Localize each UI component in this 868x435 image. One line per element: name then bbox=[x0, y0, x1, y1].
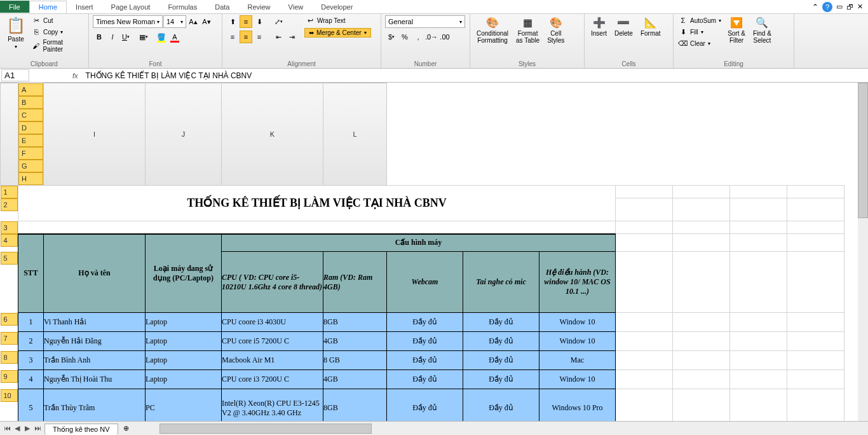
cell-J5[interactable] bbox=[673, 252, 730, 313]
data-name-8[interactable]: Trần Bình Anh bbox=[44, 351, 146, 370]
cell-L5[interactable] bbox=[787, 252, 844, 313]
cell-L4[interactable] bbox=[787, 234, 844, 252]
col-header-D[interactable]: D bbox=[18, 121, 43, 134]
fill-button[interactable]: ⬇Fill▾ bbox=[677, 27, 722, 37]
data-cpu-8[interactable]: Macbook Air M1 bbox=[222, 351, 323, 370]
autosum-button[interactable]: ΣAutoSum▾ bbox=[677, 15, 722, 25]
format-painter-button[interactable]: 🖌Format Painter bbox=[31, 38, 85, 53]
increase-font-button[interactable]: A▴ bbox=[187, 15, 200, 28]
cell-K1[interactable] bbox=[730, 185, 787, 198]
cell-L3[interactable] bbox=[787, 221, 844, 234]
decrease-font-button[interactable]: A▾ bbox=[200, 15, 213, 28]
title-cell[interactable]: THỐNG KÊ THIẾT BỊ LÀM VIỆC TẠI NHÀ CBNV bbox=[18, 185, 616, 221]
header-name[interactable]: Họ và tên bbox=[44, 234, 146, 313]
cell-K6[interactable] bbox=[730, 313, 787, 332]
data-ram-8[interactable]: 8 GB bbox=[323, 351, 387, 370]
data-name-10[interactable]: Trần Thùy Trâm bbox=[44, 389, 146, 422]
col-header-B[interactable]: B bbox=[18, 96, 43, 109]
data-type-6[interactable]: Laptop bbox=[146, 313, 222, 332]
increase-indent-button[interactable]: ⇥ bbox=[285, 31, 298, 43]
col-header-L[interactable]: L bbox=[323, 83, 387, 186]
copy-button[interactable]: ⎘Copy▾ bbox=[31, 27, 85, 37]
sheet-nav-first[interactable]: ⏮ bbox=[3, 424, 11, 432]
font-color-button[interactable]: A bbox=[168, 31, 181, 43]
tab-home[interactable]: Home bbox=[29, 1, 67, 13]
italic-button[interactable]: I bbox=[106, 31, 119, 43]
data-ram-9[interactable]: 4GB bbox=[323, 370, 387, 389]
insert-cells-button[interactable]: ➕Insert bbox=[588, 15, 609, 38]
vertical-scrollbar[interactable] bbox=[858, 83, 868, 421]
window-restore-icon[interactable]: 🗗 bbox=[846, 3, 853, 11]
data-webcam-6[interactable]: Đầy đủ bbox=[387, 313, 463, 332]
col-header-G[interactable]: G bbox=[18, 160, 43, 172]
data-stt-6[interactable]: 1 bbox=[18, 313, 44, 332]
row-header-10[interactable]: 10 bbox=[1, 389, 18, 402]
data-headset-10[interactable]: Đầy đủ bbox=[463, 389, 539, 422]
sheet-tab-active[interactable]: Thống kê theo NV bbox=[44, 424, 118, 435]
bold-button[interactable]: B bbox=[93, 31, 105, 43]
cell-K2[interactable] bbox=[730, 198, 787, 221]
conditional-formatting-button[interactable]: 🎨Conditional Formatting bbox=[474, 15, 511, 45]
data-cpu-10[interactable]: Intel(R) Xeon(R) CPU E3-1245 V2 @ 3.40GH… bbox=[222, 389, 323, 422]
data-headset-8[interactable]: Đầy đủ bbox=[463, 351, 539, 370]
row-header-3[interactable]: 3 bbox=[1, 221, 18, 234]
header-ram[interactable]: Ram (VD: Ram 4GB) bbox=[323, 252, 387, 313]
cell-J1[interactable] bbox=[673, 185, 730, 198]
tab-page-layout[interactable]: Page Layout bbox=[102, 1, 159, 13]
cell-J4[interactable] bbox=[673, 234, 730, 252]
data-os-7[interactable]: Window 10 bbox=[539, 332, 616, 351]
cell-I4[interactable] bbox=[616, 234, 673, 252]
comma-button[interactable]: , bbox=[412, 31, 424, 43]
cell-J6[interactable] bbox=[673, 313, 730, 332]
delete-cells-button[interactable]: ➖Delete bbox=[612, 15, 635, 38]
cell-K8[interactable] bbox=[730, 351, 787, 370]
row-header-5[interactable]: 5 bbox=[1, 252, 18, 265]
align-center-button[interactable]: ≡ bbox=[240, 31, 252, 43]
cell-I10[interactable] bbox=[616, 389, 673, 422]
data-os-8[interactable]: Mac bbox=[539, 351, 616, 370]
row-header-4[interactable]: 4 bbox=[1, 234, 18, 247]
data-webcam-7[interactable]: Đầy đủ bbox=[387, 332, 463, 351]
select-all-corner[interactable] bbox=[1, 83, 18, 186]
align-right-button[interactable]: ≡ bbox=[253, 31, 266, 43]
cell-A3[interactable] bbox=[18, 221, 616, 234]
format-cells-button[interactable]: 📐Format bbox=[638, 15, 663, 38]
tab-file[interactable]: File bbox=[0, 1, 29, 13]
orientation-button[interactable]: ⤢▾ bbox=[272, 15, 285, 28]
cell-I7[interactable] bbox=[616, 332, 673, 351]
horizontal-scrollbar[interactable] bbox=[159, 424, 868, 434]
data-ram-10[interactable]: 8GB bbox=[323, 389, 387, 422]
cell-J8[interactable] bbox=[673, 351, 730, 370]
decrease-decimal-button[interactable]: .00 bbox=[438, 31, 451, 43]
font-size-select[interactable]: 14▾ bbox=[163, 15, 186, 28]
data-name-7[interactable]: Nguyễn Hải Đăng bbox=[44, 332, 146, 351]
cell-I3[interactable] bbox=[616, 221, 673, 234]
cell-J2[interactable] bbox=[673, 198, 730, 221]
header-type[interactable]: Loại máy đang sử dụng (PC/Laptop) bbox=[146, 234, 222, 313]
cell-I9[interactable] bbox=[616, 370, 673, 389]
tab-developer[interactable]: Developer bbox=[312, 1, 362, 13]
cell-I1[interactable] bbox=[616, 185, 673, 198]
align-left-button[interactable]: ≡ bbox=[226, 31, 239, 43]
row-header-2[interactable]: 2 bbox=[1, 198, 18, 211]
spreadsheet-grid[interactable]: ABCDEFGHIJKL1THỐNG KÊ THIẾT BỊ LÀM VIỆC … bbox=[0, 83, 868, 421]
name-box[interactable] bbox=[1, 69, 29, 81]
cell-K10[interactable] bbox=[730, 389, 787, 422]
percent-button[interactable]: % bbox=[398, 31, 411, 43]
data-headset-9[interactable]: Đầy đủ bbox=[463, 370, 539, 389]
row-header-9[interactable]: 9 bbox=[1, 370, 18, 383]
help-icon[interactable]: ? bbox=[822, 2, 832, 12]
formula-input[interactable]: THỐNG KÊ THIẾT BỊ LÀM VIỆC TẠI NHÀ CBNV bbox=[82, 70, 868, 81]
cell-K4[interactable] bbox=[730, 234, 787, 252]
data-os-6[interactable]: Window 10 bbox=[539, 313, 616, 332]
wrap-text-button[interactable]: ↩Wrap Text bbox=[304, 15, 371, 25]
new-sheet-button[interactable]: ⊕ bbox=[118, 424, 134, 432]
data-webcam-10[interactable]: Đầy đủ bbox=[387, 389, 463, 422]
cell-I6[interactable] bbox=[616, 313, 673, 332]
format-as-table-button[interactable]: ▦Format as Table bbox=[513, 15, 542, 45]
data-ram-6[interactable]: 8GB bbox=[323, 313, 387, 332]
data-os-9[interactable]: Window 10 bbox=[539, 370, 616, 389]
data-headset-7[interactable]: Đầy đủ bbox=[463, 332, 539, 351]
data-name-9[interactable]: Nguyễn Thị Hoài Thu bbox=[44, 370, 146, 389]
cell-J7[interactable] bbox=[673, 332, 730, 351]
